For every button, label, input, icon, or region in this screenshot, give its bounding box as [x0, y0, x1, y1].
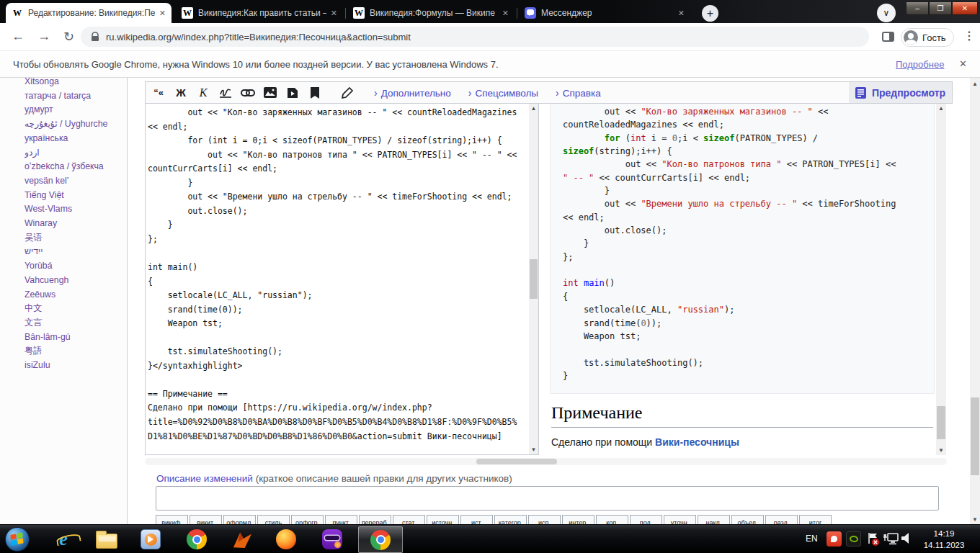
scrollbar-thumb[interactable] — [530, 259, 538, 299]
firefox-taskbar-icon[interactable] — [273, 527, 299, 552]
summary-quick-button[interactable]: накл. — [698, 515, 730, 524]
summary-quick-button[interactable]: под. — [630, 515, 662, 524]
sidebar-language-link[interactable]: 吴语 — [24, 231, 125, 246]
action-center-flag-icon[interactable] — [866, 532, 880, 547]
sidebar-language-link[interactable]: Vahcuengh — [24, 274, 125, 288]
start-button[interactable] — [4, 527, 30, 552]
network-tray-icon[interactable] — [883, 532, 899, 546]
tab-close-icon[interactable]: ✕ — [159, 9, 166, 18]
scrollbar-thumb[interactable] — [971, 397, 979, 475]
tab-search-chevron-icon[interactable]: ∨ — [877, 4, 896, 22]
scrollbar-thumb[interactable] — [937, 406, 945, 439]
tab-editing-wikipedia[interactable]: W Редактирование: Википедия:Пе ✕ — [6, 3, 172, 23]
window-close-button[interactable]: ✕ — [952, 1, 978, 15]
scroll-up-arrow[interactable]: ▲ — [970, 79, 980, 89]
window-minimize-button[interactable]: – — [906, 1, 929, 15]
sidebar-language-link[interactable]: vepsän kelʼ — [24, 174, 125, 189]
edit-summary-input[interactable] — [156, 486, 939, 511]
tray-red-app-icon[interactable] — [827, 531, 842, 547]
tab-messenger[interactable]: Мессенджер ✕ — [519, 3, 690, 23]
sidebar-language-link[interactable]: удмурт — [24, 103, 125, 117]
sidebar-language-link[interactable]: 文言 — [24, 316, 125, 331]
pencil-icon[interactable] — [338, 85, 357, 101]
summary-quick-button[interactable]: исп. — [528, 515, 561, 524]
summary-quick-button[interactable]: пункт. — [325, 515, 357, 524]
summary-quick-button[interactable]: разд. — [765, 515, 798, 524]
image-icon[interactable] — [261, 85, 280, 101]
reference-icon[interactable] — [306, 85, 324, 101]
tab-close-icon[interactable]: ✕ — [331, 9, 337, 18]
signature-icon[interactable] — [216, 85, 235, 101]
sidebar-language-link[interactable]: West-Vlams — [24, 202, 125, 217]
infobar-details-link[interactable]: Подробнее — [896, 59, 944, 70]
sidebar-language-link[interactable]: українська — [24, 132, 125, 146]
chrome-active-taskbar-button[interactable] — [358, 526, 403, 553]
nvidia-tray-icon[interactable] — [846, 531, 861, 547]
sidebar-language-link[interactable]: اردو — [24, 146, 125, 161]
summary-quick-button[interactable]: коп. — [596, 515, 628, 524]
browser-menu-button[interactable]: ⋮ — [963, 29, 975, 42]
scroll-down-arrow[interactable]: ▼ — [529, 445, 538, 454]
sidebar-language-link[interactable]: Bân-lâm-gú — [24, 331, 125, 345]
sidebar-language-link[interactable]: 粤語 — [24, 344, 125, 359]
quotes-icon[interactable]: “« — [149, 85, 168, 101]
matlab-taskbar-icon[interactable] — [229, 527, 255, 552]
tab-how-to-edit[interactable]: W Википедия:Как править статьи – ✕ — [176, 3, 343, 23]
clock[interactable]: 14:19 14.11.2023 — [914, 528, 974, 551]
reload-button[interactable]: ↻ — [63, 29, 74, 45]
sidebar-language-link[interactable]: 中文 — [24, 302, 125, 316]
summary-quick-button[interactable]: перераб. — [359, 515, 391, 524]
forward-button[interactable]: → — [37, 29, 50, 44]
profile-button[interactable]: Гость — [901, 28, 954, 47]
sidebar-language-link[interactable]: татарча / tatarça — [24, 89, 125, 104]
address-bar[interactable]: ru.wikipedia.org/w/index.php?title=Викип… — [81, 27, 869, 47]
summary-quick-button[interactable]: орфогр. — [291, 515, 324, 524]
horizontal-scrollbar[interactable] — [145, 458, 947, 465]
summary-quick-button[interactable]: ист. — [460, 515, 493, 524]
new-tab-button[interactable]: + — [702, 5, 718, 22]
sandbox-link[interactable]: Вики-песочницы — [655, 436, 739, 448]
internet-explorer-taskbar-icon[interactable]: e — [50, 527, 76, 552]
wikitext-content[interactable]: out << "Кол-во заряженных магазинов -- "… — [146, 104, 538, 444]
scroll-down-arrow[interactable]: ▼ — [936, 446, 946, 455]
messenger-taskbar-icon[interactable] — [319, 527, 345, 552]
url-text[interactable]: ru.wikipedia.org/w/index.php?title=Викип… — [106, 32, 411, 42]
sidebar-language-link[interactable]: oʻzbekcha / ўзбекча — [24, 160, 125, 174]
preview-scrollbar[interactable]: ▲ ▼ — [936, 104, 946, 455]
summary-quick-button[interactable]: викиф. — [156, 515, 188, 524]
summary-quick-button[interactable]: источн. — [427, 515, 459, 524]
tab-formulas[interactable]: W Википедия:Формулы — Википе ✕ — [347, 3, 514, 23]
link-icon[interactable] — [239, 85, 257, 101]
editor-scrollbar[interactable]: ▲ ▼ — [529, 104, 538, 454]
sidebar-language-link[interactable]: Tiếng Việt — [24, 189, 125, 203]
tab-close-icon[interactable]: ✕ — [502, 9, 509, 18]
sidebar-language-link[interactable]: ייִדיש — [24, 245, 125, 259]
chrome-taskbar-icon[interactable] — [184, 527, 210, 552]
back-button[interactable]: ← — [12, 29, 24, 44]
summary-quick-button[interactable]: оформл. — [223, 515, 256, 524]
summary-quick-button[interactable]: интер. — [562, 515, 594, 524]
scroll-down-arrow[interactable]: ▼ — [970, 515, 980, 524]
bold-icon[interactable]: Ж — [172, 85, 190, 101]
infobar-close-icon[interactable]: ✕ — [959, 58, 967, 69]
media-icon[interactable] — [283, 85, 302, 101]
summary-quick-button[interactable]: итог — [799, 515, 832, 524]
sidebar-language-link[interactable]: isiZulu — [24, 359, 125, 373]
side-panel-icon[interactable] — [882, 32, 894, 42]
sidebar-language-link[interactable]: ئۇيغۇرچە / Uyghurche — [24, 117, 125, 132]
preview-button[interactable]: Предпросмотр — [849, 82, 952, 103]
media-player-taskbar-icon[interactable] — [138, 527, 164, 552]
toolbar-menu-advanced[interactable]: ›Дополнительно — [374, 87, 451, 99]
summary-quick-button[interactable]: категор. — [494, 515, 527, 524]
page-scrollbar[interactable]: ▲ ▼ — [970, 78, 980, 524]
italic-icon[interactable]: К — [194, 85, 213, 101]
sidebar-language-link[interactable]: Zeêuws — [24, 288, 125, 302]
toolbar-menu-help[interactable]: ›Справка — [556, 87, 601, 99]
summary-quick-button[interactable]: викит. — [190, 515, 222, 524]
sidebar-language-link[interactable]: Winaray — [24, 217, 125, 231]
scroll-up-arrow[interactable]: ▲ — [936, 104, 946, 113]
sidebar-language-link[interactable]: Xitsonga — [24, 78, 125, 89]
file-explorer-taskbar-icon[interactable] — [94, 527, 120, 552]
scroll-up-arrow[interactable]: ▲ — [529, 104, 538, 113]
sidebar-language-link[interactable]: Yorùbá — [24, 259, 125, 274]
